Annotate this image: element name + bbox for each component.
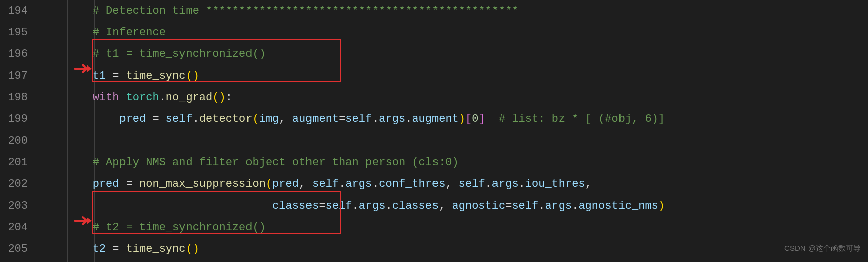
- keyword: with: [93, 91, 119, 104]
- paren: (: [266, 178, 272, 190]
- line-number: 202: [0, 173, 28, 195]
- comment: # t1 = time_synchronized(): [93, 48, 266, 60]
- line-number: 196: [0, 43, 28, 65]
- attribute: augment: [412, 113, 458, 125]
- space: [485, 113, 499, 125]
- operator: =: [146, 113, 166, 125]
- paren: (): [185, 243, 199, 255]
- operator: =: [106, 243, 126, 255]
- line-number: 199: [0, 108, 28, 130]
- indent: [39, 178, 93, 190]
- paren: (: [253, 113, 259, 125]
- comma: ,: [585, 178, 592, 190]
- line-number: 200: [0, 130, 28, 152]
- self: self: [326, 200, 352, 212]
- self: self: [345, 113, 372, 125]
- comma: ,: [299, 178, 312, 190]
- indent: [39, 91, 93, 104]
- attribute: args: [492, 178, 519, 190]
- dot: .: [352, 200, 359, 212]
- self: self: [166, 113, 193, 125]
- code-line[interactable]: t2 = time_sync(): [39, 238, 868, 260]
- line-number: 195: [0, 22, 28, 43]
- comment: # Apply NMS and filter object other than…: [93, 156, 459, 169]
- dot: .: [572, 200, 578, 212]
- comma: ,: [279, 113, 292, 125]
- argument: img: [259, 113, 279, 125]
- function-call: non_max_suppression: [139, 178, 266, 190]
- self: self: [512, 200, 538, 212]
- paren: (): [212, 91, 225, 104]
- dot: .: [485, 178, 492, 190]
- dot: .: [372, 178, 379, 190]
- code-line[interactable]: # Apply NMS and filter object other than…: [39, 152, 868, 173]
- line-number: 203: [0, 195, 28, 217]
- code-line[interactable]: pred = non_max_suppression(pred, self.ar…: [39, 173, 868, 195]
- line-number-gutter: 194 195 196 197 198 199 200 201 202 203 …: [0, 0, 35, 262]
- function-call: time_sync: [126, 70, 186, 82]
- paren: ): [459, 113, 465, 125]
- dot: .: [405, 113, 412, 125]
- number: 0: [472, 113, 478, 125]
- dot: .: [193, 113, 199, 125]
- function-call: no_grad: [166, 91, 212, 104]
- argument: pred: [272, 178, 299, 190]
- paren: ): [658, 200, 665, 212]
- attribute: classes: [392, 200, 439, 212]
- self: self: [459, 178, 485, 190]
- code-line[interactable]: classes=self.args.classes, agnostic=self…: [39, 195, 868, 217]
- indent: [39, 5, 93, 17]
- attribute: args: [545, 200, 572, 212]
- code-line[interactable]: # Detection time ***********************…: [39, 0, 868, 22]
- comment: # list: bz * [ (#obj, 6)]: [499, 113, 665, 125]
- operator: =: [106, 70, 126, 82]
- self: self: [312, 178, 339, 190]
- code-line[interactable]: [39, 130, 868, 152]
- code-content[interactable]: # Detection time ***********************…: [35, 0, 868, 262]
- comma: ,: [439, 200, 452, 212]
- dot: .: [339, 178, 345, 190]
- indent: [39, 48, 93, 60]
- module: torch: [126, 91, 159, 104]
- dot: .: [372, 113, 379, 125]
- colon: :: [226, 91, 232, 104]
- variable: t2: [93, 243, 106, 255]
- variable: pred: [119, 113, 146, 125]
- operator: =: [319, 200, 326, 212]
- watermark-text: CSDN @这个函数可导: [784, 237, 861, 259]
- code-line[interactable]: t1 = time_sync(): [39, 65, 868, 87]
- code-line[interactable]: # t2 = time_synchronized(): [39, 217, 868, 238]
- code-line[interactable]: pred = self.detector(img, augment=self.a…: [39, 108, 868, 130]
- paren: (): [185, 70, 199, 82]
- bracket: [: [465, 113, 472, 125]
- code-line[interactable]: with torch.no_grad():: [39, 87, 868, 108]
- dot: .: [519, 178, 525, 190]
- variable: pred: [93, 178, 119, 190]
- indent: [39, 221, 93, 234]
- comment: # t2 = time_synchronized(): [93, 221, 266, 234]
- attribute: args: [359, 200, 386, 212]
- function-call: time_sync: [126, 243, 186, 255]
- attribute: agnostic_nms: [578, 200, 658, 212]
- attribute: args: [379, 113, 405, 125]
- attribute: args: [345, 178, 372, 190]
- dot: .: [386, 200, 392, 212]
- line-number: 204: [0, 217, 28, 238]
- code-line[interactable]: # Inference: [39, 22, 868, 43]
- code-editor[interactable]: 194 195 196 197 198 199 200 201 202 203 …: [0, 0, 868, 262]
- indent: [39, 70, 93, 82]
- line-number: 201: [0, 152, 28, 173]
- operator: =: [339, 113, 345, 125]
- comment: # Inference: [93, 26, 166, 39]
- indent: [39, 200, 272, 212]
- argument: classes: [272, 200, 319, 212]
- attribute: conf_thres: [379, 178, 445, 190]
- code-line[interactable]: # t1 = time_synchronized(): [39, 43, 868, 65]
- operator: =: [119, 178, 139, 190]
- bracket: ]: [478, 113, 485, 125]
- dot: .: [159, 91, 166, 104]
- argument: agnostic: [452, 200, 506, 212]
- space: [119, 91, 126, 104]
- indent: [39, 156, 93, 169]
- comment: # Detection time ***********************…: [93, 5, 519, 17]
